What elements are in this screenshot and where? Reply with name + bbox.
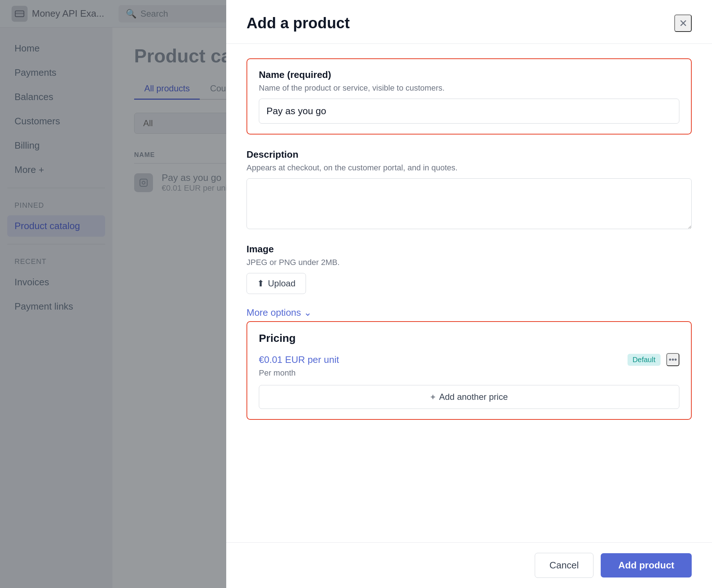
name-field-label: Name (required) <box>259 69 679 80</box>
modal-header: Add a product ✕ <box>226 0 712 44</box>
modal-footer: Cancel Add product <box>226 542 712 588</box>
app-shell: Money API Exa... 🔍 Search TE Home Paymen… <box>0 0 712 588</box>
description-textarea[interactable] <box>247 178 692 229</box>
more-options-label: More options <box>247 307 301 318</box>
pricing-title: Pricing <box>259 332 679 344</box>
pricing-box: Pricing €0.01 EUR per unit Default ••• P… <box>247 321 692 420</box>
ellipsis-icon: ••• <box>668 355 677 364</box>
image-hint: JPEG or PNG under 2MB. <box>247 258 692 267</box>
name-input[interactable] <box>259 99 679 124</box>
modal-title: Add a product <box>247 15 350 32</box>
description-field-group: Description Appears at checkout, on the … <box>247 149 692 231</box>
add-price-label: Add another price <box>439 392 508 402</box>
price-menu-button[interactable]: ••• <box>666 353 679 366</box>
close-icon: ✕ <box>679 17 687 29</box>
name-field-box: Name (required) Name of the product or s… <box>247 58 692 134</box>
modal-close-button[interactable]: ✕ <box>674 15 692 32</box>
price-amount: €0.01 EUR per unit <box>259 354 339 365</box>
image-field-group: Image JPEG or PNG under 2MB. ⬆ Upload <box>247 244 692 294</box>
modal-body: Name (required) Name of the product or s… <box>226 44 712 542</box>
price-row: €0.01 EUR per unit Default ••• <box>259 353 679 366</box>
add-price-button[interactable]: + Add another price <box>259 385 679 409</box>
add-product-modal: Add a product ✕ Name (required) Name of … <box>226 0 712 588</box>
description-label: Description <box>247 149 692 160</box>
description-hint: Appears at checkout, on the customer por… <box>247 163 692 173</box>
price-period: Per month <box>259 368 679 378</box>
add-product-button[interactable]: Add product <box>601 553 692 577</box>
default-badge: Default <box>628 354 661 366</box>
price-right: Default ••• <box>628 353 679 366</box>
cancel-button[interactable]: Cancel <box>535 553 594 578</box>
upload-label: Upload <box>268 278 295 289</box>
name-field-hint: Name of the product or service, visible … <box>259 83 679 93</box>
plus-icon: + <box>430 392 435 402</box>
chevron-down-icon: ⌄ <box>304 307 312 318</box>
more-options-button[interactable]: More options ⌄ <box>247 307 312 318</box>
upload-icon: ⬆ <box>257 278 264 289</box>
upload-button[interactable]: ⬆ Upload <box>247 273 306 294</box>
image-label: Image <box>247 244 692 255</box>
